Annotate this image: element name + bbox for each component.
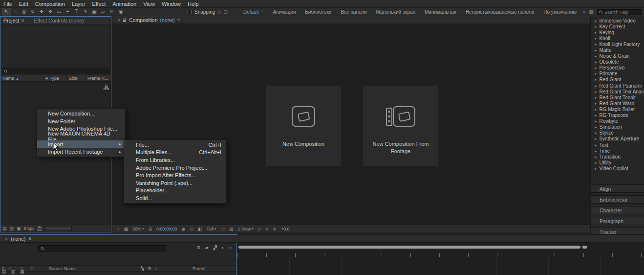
- timeline-search-box[interactable]: [38, 245, 166, 252]
- bit-depth-button[interactable]: 8 bpc: [24, 226, 35, 231]
- submenu-item[interactable]: Vanishing Point (.vpe)...: [124, 179, 226, 187]
- composition-flowchart-icon[interactable]: ∗: [273, 227, 277, 231]
- project-flowchart-icon[interactable]: [104, 85, 109, 90]
- pan-camera-tool-icon[interactable]: ✚: [37, 8, 46, 16]
- timeline-tab-label[interactable]: (none): [11, 236, 25, 242]
- expand-arrow-icon[interactable]: ►: [594, 131, 597, 135]
- submenu-item[interactable]: Solid...: [124, 194, 226, 202]
- column-layer-number[interactable]: #: [30, 266, 33, 272]
- collapsed-panel-header[interactable]: Align: [591, 184, 644, 193]
- type-tool-icon[interactable]: T: [72, 8, 81, 16]
- column-parent[interactable]: Parent: [193, 266, 206, 272]
- submenu-item[interactable]: Placeholder...: [124, 187, 226, 195]
- graph-editor-toggle-icon[interactable]: ≈: [229, 245, 232, 250]
- fast-previews-icon[interactable]: ▷: [258, 227, 261, 231]
- mask-shape-tool-icon[interactable]: ▭: [55, 8, 64, 16]
- panel-grid-icon[interactable]: ▦: [589, 9, 594, 15]
- effects-category[interactable]: ► RG Magic Bullet: [591, 106, 644, 112]
- close-tab-icon[interactable]: ×: [117, 17, 120, 23]
- resolution-menu[interactable]: Full ▾: [207, 227, 216, 231]
- effects-category[interactable]: ► Utility: [591, 160, 644, 165]
- expand-arrow-icon[interactable]: ►: [594, 37, 597, 40]
- effects-category[interactable]: ► Red Giant Text Anarchy: [591, 89, 644, 94]
- view-layout-menu[interactable]: 1 View ▾: [238, 227, 254, 231]
- composition-mini-flowchart-icon[interactable]: ⊞: [196, 245, 200, 250]
- project-search-box[interactable]: [2, 69, 109, 74]
- submenu-item[interactable]: File... Ctrl+I: [124, 141, 226, 149]
- expand-arrow-icon[interactable]: ►: [594, 125, 597, 129]
- expand-arrow-icon[interactable]: ►: [594, 119, 597, 123]
- menubar-item[interactable]: Layer: [68, 0, 89, 8]
- workspace-menu-icon[interactable]: ≡: [261, 9, 264, 15]
- transparency-grid-icon[interactable]: ▨: [229, 227, 234, 231]
- workspace-overflow-icon[interactable]: »: [583, 9, 586, 15]
- tab-project[interactable]: Project: [3, 18, 20, 23]
- pen-tool-icon[interactable]: ✒: [64, 8, 72, 16]
- menubar-item[interactable]: Window: [158, 0, 184, 8]
- effects-category[interactable]: ► Synthetic Aperture: [591, 136, 644, 142]
- zoom-tool-icon[interactable]: ◎: [20, 8, 28, 16]
- submenu-item[interactable]: Pro Import After Effects...: [124, 171, 226, 179]
- effects-category[interactable]: ► Transition: [591, 154, 644, 160]
- column-source-name[interactable]: Source Name: [49, 266, 76, 272]
- time-navigator-bar[interactable]: [238, 246, 580, 249]
- expand-transfer-controls-icon[interactable]: ▥: [11, 269, 16, 274]
- workspace-tab[interactable]: Default ≡: [243, 9, 264, 15]
- context-menu-item[interactable]: New Folder ►: [37, 117, 125, 125]
- context-menu-item[interactable]: New Composition... ►: [37, 110, 125, 117]
- channels-icon[interactable]: ◧: [198, 227, 202, 231]
- expand-arrow-icon[interactable]: ►: [594, 96, 597, 99]
- pan-behind-tool-icon[interactable]: ❖: [46, 8, 55, 16]
- pixel-aspect-icon[interactable]: ⊞: [148, 227, 152, 231]
- new-composition-icon[interactable]: ▣: [17, 226, 21, 231]
- transfer-controls-icon[interactable]: ▚: [141, 266, 144, 272]
- expand-arrow-icon[interactable]: ►: [594, 108, 597, 111]
- workspace-tab[interactable]: Библиотеки ≡: [305, 9, 331, 15]
- column-size[interactable]: Size: [67, 75, 86, 81]
- view-options-icon[interactable]: ◔: [117, 227, 119, 231]
- roto-brush-tool-icon[interactable]: ✄: [107, 8, 116, 16]
- menubar-item[interactable]: Effect: [88, 0, 109, 8]
- expand-in-out-icon[interactable]: ▦: [20, 269, 24, 274]
- expand-arrow-icon[interactable]: ►: [594, 31, 597, 34]
- close-tab-icon[interactable]: ×: [5, 236, 8, 242]
- timecode-display[interactable]: 0:00:00:00: [156, 227, 177, 231]
- expand-arrow-icon[interactable]: ►: [594, 90, 597, 93]
- region-of-interest-icon[interactable]: ▭: [221, 227, 225, 231]
- exposure-value[interactable]: +0.0: [281, 227, 290, 231]
- snap-frame-icon[interactable]: ▢: [223, 9, 228, 14]
- menubar-item[interactable]: View: [140, 0, 158, 8]
- collapsed-panel-header[interactable]: Библиотеки: [591, 195, 644, 204]
- timeline-track-area[interactable]: [237, 243, 644, 275]
- effects-category[interactable]: ► Red Giant: [591, 77, 644, 83]
- context-menu-item[interactable]: New MAXON CINEMA 4D File... ►: [37, 133, 125, 140]
- orbit-camera-tool-icon[interactable]: ↻: [28, 8, 37, 16]
- shy-toggle-icon[interactable]: ▰: [205, 245, 209, 250]
- new-composition-from-footage-card[interactable]: New Composition From Footage: [363, 86, 438, 166]
- context-menu-item[interactable]: Import Recent Footage ►: [37, 148, 125, 156]
- motion-blur-toggle-icon[interactable]: ◐: [222, 245, 224, 250]
- panel-menu-icon[interactable]: ≡: [177, 17, 180, 23]
- time-ruler[interactable]: [237, 253, 644, 257]
- submenu-item[interactable]: Adobe Premiere Pro Project...: [124, 164, 226, 172]
- expand-arrow-icon[interactable]: ►: [594, 102, 597, 105]
- expand-arrow-icon[interactable]: ►: [594, 114, 597, 117]
- workspace-tab[interactable]: Маленький экран ≡: [376, 9, 415, 15]
- expand-arrow-icon[interactable]: ►: [594, 25, 597, 28]
- effects-category[interactable]: ► Red Giant Toonit: [591, 94, 644, 100]
- workspace-tab[interactable]: Все панели ≡: [341, 9, 366, 15]
- time-navigator-handle[interactable]: [582, 246, 587, 249]
- blend-mode-icon[interactable]: ◐: [155, 266, 158, 272]
- menubar-item[interactable]: Help: [184, 0, 202, 8]
- project-search-input[interactable]: [10, 69, 107, 74]
- lock-icon[interactable]: [123, 18, 127, 23]
- effects-category[interactable]: ► Time: [591, 148, 644, 154]
- new-composition-card[interactable]: New Composition: [266, 86, 341, 166]
- grid-and-guides-icon[interactable]: ▦: [124, 227, 128, 231]
- effects-category[interactable]: ► Text: [591, 142, 644, 148]
- tab-effect-controls[interactable]: Effect Controls (none): [34, 18, 84, 23]
- collapsed-panel-header[interactable]: Character: [591, 206, 644, 214]
- expand-arrow-icon[interactable]: ►: [594, 43, 597, 46]
- effects-category[interactable]: ► Perspective: [591, 65, 644, 71]
- help-search-box[interactable]: [597, 9, 642, 15]
